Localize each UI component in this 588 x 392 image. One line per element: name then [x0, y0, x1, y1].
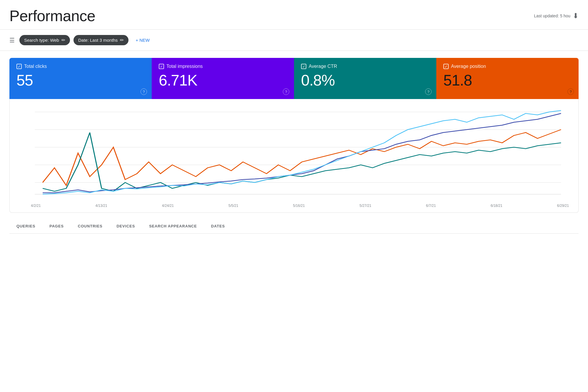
metric-label-impressions: Total impressions [159, 64, 287, 69]
metrics-container: Total clicks 55 ? Total impressions 6.71… [9, 58, 579, 99]
x-label-3: 5/5/21 [228, 204, 238, 208]
page-container: Performance Last updated: 5 hou ⬇ ☰ Sear… [0, 0, 588, 392]
x-label-6: 6/7/21 [426, 204, 436, 208]
metric-card-clicks[interactable]: Total clicks 55 ? [9, 58, 152, 99]
clicks-checkbox[interactable] [16, 64, 22, 69]
clicks-value: 55 [16, 73, 145, 88]
bottom-tabs: QUERIES PAGES COUNTRIES DEVICES SEARCH A… [9, 220, 579, 234]
tab-pages[interactable]: PAGES [42, 220, 71, 233]
search-type-label: Search type: Web [24, 38, 59, 43]
metric-label-position: Average position [443, 64, 572, 69]
download-icon[interactable]: ⬇ [573, 12, 579, 20]
header-right: Last updated: 5 hou ⬇ [534, 12, 579, 20]
ctr-checkbox[interactable] [301, 64, 306, 69]
position-checkbox[interactable] [443, 64, 449, 69]
x-label-8: 6/29/21 [557, 204, 569, 208]
tab-devices[interactable]: DEVICES [109, 220, 142, 233]
metric-label-ctr: Average CTR [301, 64, 429, 69]
last-updated: Last updated: 5 hou [534, 14, 570, 18]
chart-container: 4/2/21 4/13/21 4/24/21 5/5/21 5/16/21 5/… [9, 99, 579, 213]
impressions-value: 6.71K [159, 73, 287, 88]
tab-dates[interactable]: DATES [204, 220, 232, 233]
date-label: Date: Last 3 months [78, 38, 118, 43]
search-type-edit-icon: ✏ [61, 37, 65, 43]
toolbar: ☰ Search type: Web ✏ Date: Last 3 months… [0, 30, 588, 51]
impressions-help-icon[interactable]: ? [283, 88, 289, 95]
x-label-5: 5/27/21 [360, 204, 371, 208]
position-value: 51.8 [443, 73, 572, 88]
position-help-icon[interactable]: ? [567, 88, 574, 95]
date-chip[interactable]: Date: Last 3 months ✏ [74, 35, 128, 45]
tab-countries[interactable]: COUNTRIES [71, 220, 110, 233]
x-label-1: 4/13/21 [96, 204, 107, 208]
x-label-4: 5/16/21 [293, 204, 305, 208]
performance-chart [19, 106, 569, 200]
impressions-checkbox[interactable] [159, 64, 164, 69]
date-edit-icon: ✏ [120, 37, 124, 43]
filter-icon[interactable]: ☰ [9, 37, 15, 44]
search-type-chip[interactable]: Search type: Web ✏ [19, 35, 70, 45]
metric-card-impressions[interactable]: Total impressions 6.71K ? [152, 58, 294, 99]
x-label-0: 4/2/21 [31, 204, 41, 208]
metric-card-ctr[interactable]: Average CTR 0.8% ? [294, 58, 436, 99]
x-axis-labels: 4/2/21 4/13/21 4/24/21 5/5/21 5/16/21 5/… [19, 201, 569, 208]
ctr-value: 0.8% [301, 73, 429, 88]
header: Performance Last updated: 5 hou ⬇ [0, 0, 588, 30]
clicks-help-icon[interactable]: ? [141, 88, 147, 95]
tab-queries[interactable]: QUERIES [9, 220, 42, 233]
tab-search-appearance[interactable]: SEARCH APPEARANCE [142, 220, 204, 233]
metric-label-clicks: Total clicks [16, 64, 145, 69]
page-title: Performance [9, 7, 95, 25]
x-label-7: 6/18/21 [491, 204, 502, 208]
metric-card-position[interactable]: Average position 51.8 ? [436, 58, 579, 99]
ctr-help-icon[interactable]: ? [425, 88, 432, 95]
x-label-2: 4/24/21 [162, 204, 174, 208]
new-button[interactable]: + NEW [132, 35, 153, 45]
